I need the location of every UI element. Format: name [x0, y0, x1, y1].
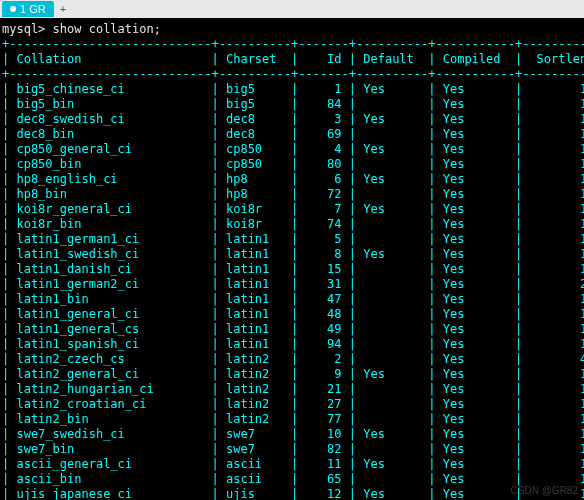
- terminal-line: | latin1_general_cs | latin1 | 49 | | Ye…: [2, 322, 582, 337]
- terminal-line: +----------------------------+----------…: [2, 37, 582, 52]
- terminal-line: mysql> show collation;: [2, 22, 582, 37]
- terminal-line: | latin1_german2_ci | latin1 | 31 | | Ye…: [2, 277, 582, 292]
- terminal-line: | latin1_spanish_ci | latin1 | 94 | | Ye…: [2, 337, 582, 352]
- terminal-line: +----------------------------+----------…: [2, 67, 582, 82]
- terminal-line: | ujis_japanese_ci | ujis | 12 | Yes | Y…: [2, 487, 582, 500]
- window-titlebar: 1 GR +: [0, 0, 584, 18]
- terminal-line: | latin2_croatian_ci | latin2 | 27 | | Y…: [2, 397, 582, 412]
- terminal-line: | swe7_swedish_ci | swe7 | 10 | Yes | Ye…: [2, 427, 582, 442]
- terminal-line: | cp850_bin | cp850 | 80 | | Yes | 1 |: [2, 157, 582, 172]
- terminal-line: | latin1_general_ci | latin1 | 48 | | Ye…: [2, 307, 582, 322]
- new-tab-button[interactable]: +: [54, 3, 72, 15]
- terminal-line: | cp850_general_ci | cp850 | 4 | Yes | Y…: [2, 142, 582, 157]
- terminal-line: | latin2_hungarian_ci | latin2 | 21 | | …: [2, 382, 582, 397]
- terminal-line: | swe7_bin | swe7 | 82 | | Yes | 1 |: [2, 442, 582, 457]
- terminal-line: | big5_chinese_ci | big5 | 1 | Yes | Yes…: [2, 82, 582, 97]
- terminal-line: | latin2_general_ci | latin2 | 9 | Yes |…: [2, 367, 582, 382]
- terminal-output[interactable]: mysql> show collation;+-----------------…: [0, 18, 584, 500]
- terminal-line: | latin1_german1_ci | latin1 | 5 | | Yes…: [2, 232, 582, 247]
- terminal-line: | latin2_bin | latin2 | 77 | | Yes | 1 |: [2, 412, 582, 427]
- terminal-line: | dec8_bin | dec8 | 69 | | Yes | 1 |: [2, 127, 582, 142]
- terminal-line: | latin1_danish_ci | latin1 | 15 | | Yes…: [2, 262, 582, 277]
- tab-label: 1 GR: [20, 3, 46, 15]
- watermark: CSDN @GR82: [511, 485, 578, 496]
- terminal-line: | ascii_bin | ascii | 65 | | Yes | 1 |: [2, 472, 582, 487]
- terminal-line: | hp8_bin | hp8 | 72 | | Yes | 1 |: [2, 187, 582, 202]
- terminal-line: | latin2_czech_cs | latin2 | 2 | | Yes |…: [2, 352, 582, 367]
- terminal-line: | hp8_english_ci | hp8 | 6 | Yes | Yes |…: [2, 172, 582, 187]
- tab-status-dot: [10, 6, 16, 12]
- terminal-line: | big5_bin | big5 | 84 | | Yes | 1 |: [2, 97, 582, 112]
- terminal-line: | koi8r_general_ci | koi8r | 7 | Yes | Y…: [2, 202, 582, 217]
- terminal-line: | koi8r_bin | koi8r | 74 | | Yes | 1 |: [2, 217, 582, 232]
- terminal-line: | latin1_bin | latin1 | 47 | | Yes | 1 |: [2, 292, 582, 307]
- terminal-tab[interactable]: 1 GR: [2, 1, 54, 17]
- terminal-line: | ascii_general_ci | ascii | 11 | Yes | …: [2, 457, 582, 472]
- terminal-line: | latin1_swedish_ci | latin1 | 8 | Yes |…: [2, 247, 582, 262]
- terminal-line: | Collation | Charset | Id | Default | C…: [2, 52, 582, 67]
- terminal-line: | dec8_swedish_ci | dec8 | 3 | Yes | Yes…: [2, 112, 582, 127]
